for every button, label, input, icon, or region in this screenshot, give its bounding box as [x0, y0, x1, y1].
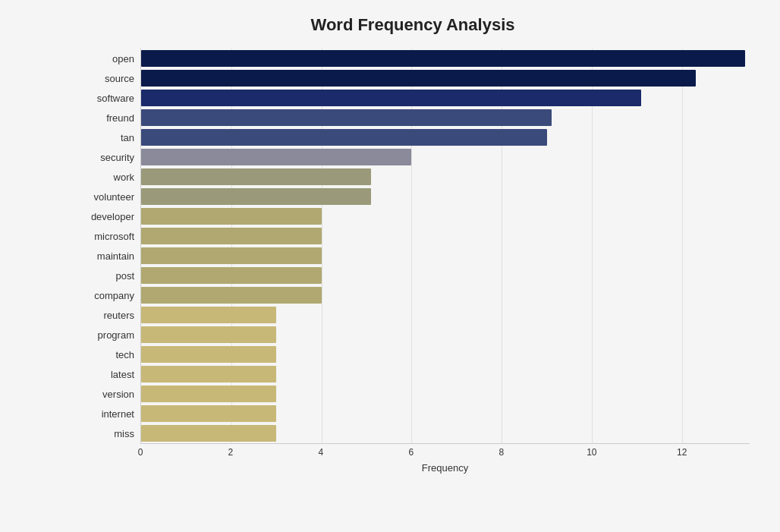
bar [141, 326, 276, 343]
bar-row [141, 246, 750, 266]
y-label: version [102, 389, 134, 399]
y-label: reuters [104, 310, 134, 320]
bar-row [141, 285, 750, 305]
bar [141, 267, 322, 284]
bar-row [141, 68, 750, 88]
y-label: miss [114, 429, 134, 439]
bar-row [141, 325, 750, 345]
x-label: 10 [587, 447, 596, 458]
bar [141, 366, 276, 382]
bar [141, 149, 411, 165]
chart-container: Word Frequency Analysis opensourcesoftwa… [0, 0, 780, 532]
bar-row [141, 345, 750, 364]
bar-row [141, 364, 750, 384]
bar-row [141, 423, 750, 443]
bars-grid [140, 49, 750, 444]
y-label: source [105, 74, 134, 83]
bar [141, 287, 322, 304]
bar-row [141, 88, 750, 108]
x-labels-row: 024681012 [140, 444, 750, 459]
y-label: company [94, 291, 134, 301]
y-label: tan [121, 133, 134, 143]
bar [141, 70, 696, 87]
y-label: volunteer [94, 192, 134, 202]
y-label: work [114, 172, 134, 182]
bar [141, 307, 276, 323]
bar-row [141, 108, 750, 127]
bar-row [141, 167, 750, 187]
bar [141, 405, 276, 422]
bar [141, 129, 547, 146]
y-label: internet [102, 409, 134, 419]
y-label: open [112, 54, 134, 64]
bar [141, 425, 276, 442]
bar [141, 346, 276, 363]
y-labels: opensourcesoftwarefreundtansecurityworkv… [76, 49, 140, 444]
bars-section: opensourcesoftwarefreundtansecurityworkv… [76, 49, 750, 444]
bar-row [141, 187, 750, 206]
bar [141, 50, 745, 67]
y-label: latest [111, 370, 134, 379]
bar-row [141, 226, 750, 246]
bar-row [141, 49, 750, 68]
bar-row [141, 127, 750, 147]
chart-title: Word Frequency Analysis [76, 15, 750, 35]
bar [141, 90, 641, 106]
bar [141, 386, 276, 402]
bar [141, 208, 322, 225]
x-label: 2 [228, 447, 234, 458]
bar-row [141, 404, 750, 423]
x-label: 6 [409, 447, 414, 458]
bar [141, 168, 371, 185]
bar [141, 228, 322, 244]
y-label: program [98, 330, 134, 340]
bar-row [141, 147, 750, 167]
bar-row [141, 384, 750, 404]
x-axis-title: Frequency [140, 462, 750, 474]
y-label: security [100, 153, 134, 162]
y-label: tech [115, 350, 134, 360]
y-label: maintain [97, 251, 134, 261]
bar-row [141, 305, 750, 325]
bar [141, 247, 322, 264]
x-label: 12 [677, 447, 687, 458]
y-label: freund [106, 113, 134, 123]
y-label: post [115, 271, 134, 281]
bar [141, 109, 552, 126]
x-label: 4 [319, 447, 324, 458]
x-label: 0 [138, 447, 143, 458]
x-label: 8 [499, 447, 505, 458]
y-label: developer [91, 212, 134, 222]
chart-area: opensourcesoftwarefreundtansecurityworkv… [76, 49, 750, 459]
bar-row [141, 206, 750, 226]
y-label: microsoft [94, 231, 134, 241]
bar-row [141, 266, 750, 285]
y-label: software [97, 93, 134, 103]
bar [141, 188, 371, 205]
